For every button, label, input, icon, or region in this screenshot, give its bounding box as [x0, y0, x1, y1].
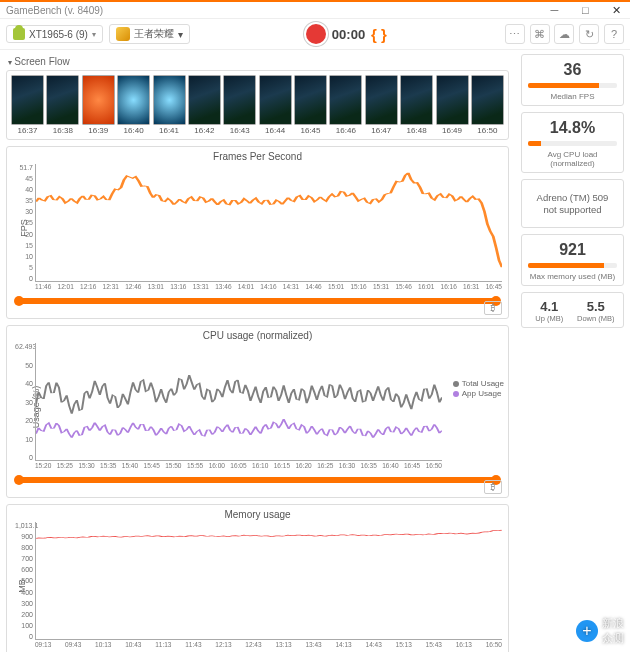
window-buttons: ─ □ ✕: [540, 4, 630, 17]
app-title: GameBench (v. 8409): [6, 5, 540, 16]
cloud-icon[interactable]: ☁: [554, 24, 574, 44]
screenshot-thumb[interactable]: 16:41: [153, 75, 186, 135]
maximize-button[interactable]: □: [571, 4, 599, 16]
screenshot-thumb[interactable]: 16:50: [471, 75, 504, 135]
range-slider[interactable]: [17, 298, 498, 304]
help-icon[interactable]: ?: [604, 24, 624, 44]
btc-icon[interactable]: ₿: [484, 301, 502, 315]
screenshot-thumb[interactable]: 16:46: [329, 75, 362, 135]
android-icon: [13, 28, 25, 40]
gpu-card: Adreno (TM) 509 not supported: [521, 179, 624, 228]
main-panel: Screen Flow 16:3716:3816:3916:4016:4116:…: [0, 50, 515, 652]
toolbar: XT1965-6 (9) ▾ 王者荣耀 ▾ 00:00 { } ⋯ ⌘ ☁ ↻ …: [0, 18, 630, 50]
device-selector[interactable]: XT1965-6 (9) ▾: [6, 25, 103, 43]
network-card: 4.1Up (MB) 5.5Down (MB): [521, 292, 624, 328]
chart-title: Memory usage: [13, 509, 502, 520]
chevron-down-icon: ▾: [92, 30, 96, 39]
screenshot-thumb[interactable]: 16:47: [365, 75, 398, 135]
disk-icon[interactable]: ⌘: [530, 24, 550, 44]
close-button[interactable]: ✕: [602, 4, 630, 17]
btc-icon[interactable]: ₿: [484, 480, 502, 494]
screenshot-thumb[interactable]: 16:43: [223, 75, 256, 135]
legend: Total Usage App Usage: [453, 378, 504, 399]
tool-icons: ⋯ ⌘ ☁ ↻ ?: [503, 24, 624, 44]
app-selector[interactable]: 王者荣耀 ▾: [109, 24, 190, 44]
cpu-card: 14.8% Avg CPU load (normalized): [521, 112, 624, 173]
median-fps-card: 36 Median FPS: [521, 54, 624, 106]
chart-title: Frames Per Second: [13, 151, 502, 162]
screenshot-thumb[interactable]: 16:45: [294, 75, 327, 135]
fps-chart: Frames Per Second FPS 051015202530354045…: [6, 146, 509, 319]
screenshot-thumb[interactable]: 16:40: [117, 75, 150, 135]
screenshot-thumb[interactable]: 16:49: [436, 75, 469, 135]
screenshot-thumb[interactable]: 16:39: [82, 75, 115, 135]
memory-card: 921 Max memory used (MB): [521, 234, 624, 286]
minimize-button[interactable]: ─: [540, 4, 568, 16]
screenshot-thumb[interactable]: 16:37: [11, 75, 44, 135]
range-slider[interactable]: [17, 477, 498, 483]
record-button[interactable]: [306, 24, 326, 44]
memory-chart: Memory usage MB 010020030040050060070080…: [6, 504, 509, 652]
brackets-icon[interactable]: { }: [371, 26, 387, 43]
screenflow-panel: 16:3716:3816:3916:4016:4116:4216:4316:44…: [6, 70, 509, 140]
screenshot-thumb[interactable]: 16:38: [46, 75, 79, 135]
screenshot-thumb[interactable]: 16:42: [188, 75, 221, 135]
timer: 00:00: [332, 27, 365, 42]
chart-title: CPU usage (normalized): [13, 330, 502, 341]
sidebar: 36 Median FPS 14.8% Avg CPU load (normal…: [515, 50, 630, 652]
app-name: 王者荣耀: [134, 27, 174, 41]
titlebar: GameBench (v. 8409) ─ □ ✕: [0, 0, 630, 18]
refresh-icon[interactable]: ↻: [579, 24, 599, 44]
screenshot-thumb[interactable]: 16:48: [400, 75, 433, 135]
chevron-down-icon: ▾: [178, 29, 183, 40]
wifi-icon[interactable]: ⋯: [505, 24, 525, 44]
screenshot-thumb[interactable]: 16:44: [259, 75, 292, 135]
device-name: XT1965-6 (9): [29, 29, 88, 40]
app-icon: [116, 27, 130, 41]
screenflow-title[interactable]: Screen Flow: [8, 56, 509, 67]
cpu-chart: CPU usage (normalized) Usage (%) 0102030…: [6, 325, 509, 498]
